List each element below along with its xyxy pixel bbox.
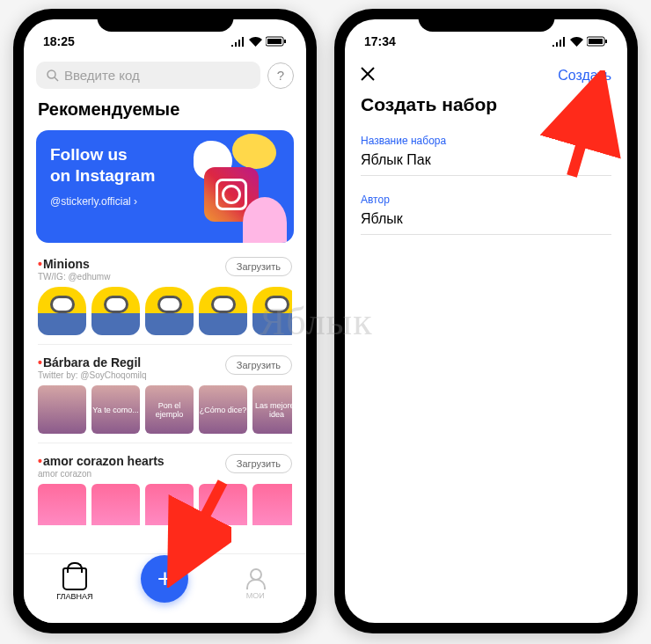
search-icon [47,70,59,82]
status-icons [552,36,608,47]
field-label: Автор [361,194,611,206]
nav-home[interactable]: ГЛАВНАЯ [40,567,110,601]
nav-label: ГЛАВНАЯ [56,592,92,601]
left-phone-frame: 18:25 Введите код ? Рекомендуемые [13,9,317,633]
download-button[interactable]: Загрузить [225,355,292,375]
create-button[interactable]: Создать [558,68,611,84]
pack-subtitle: TW/IG: @edhumw [38,272,110,282]
pack-subtitle: amor corazon [38,469,165,479]
download-button[interactable]: Загрузить [225,454,292,473]
field-label: Название набора [361,135,611,147]
author-input[interactable]: Яблык [361,206,611,235]
plus-icon: + [157,564,173,594]
sticker-thumb[interactable] [199,484,247,525]
sticker-thumb[interactable] [252,287,292,335]
svg-line-4 [55,77,58,81]
sticker-pack[interactable]: •amor corazon hearts amor corazon Загруз… [24,450,306,525]
pack-title: •Minions [38,257,110,271]
sticker-pack[interactable]: •Minions TW/IG: @edhumw Загрузить [24,253,306,337]
nav-label: МОИ [246,591,265,600]
svg-rect-2 [284,40,286,43]
sticker-thumb[interactable] [145,484,194,525]
search-placeholder: Введите код [64,68,140,83]
sticker-thumb[interactable]: Las mejores idea [252,385,292,434]
sticker-thumb[interactable] [145,287,194,335]
modal-title: Создать набор [345,91,627,131]
pack-title: •Bárbara de Regil [38,355,147,370]
left-screen: 18:25 Введите код ? Рекомендуемые [24,19,306,623]
help-button[interactable]: ? [267,62,294,89]
svg-point-3 [48,70,55,78]
sticker-thumb[interactable] [252,484,292,525]
sticker-thumb[interactable]: Ya te como... [91,385,140,434]
pack-header: •amor corazon hearts amor corazon Загруз… [38,454,292,479]
form-group-name: Название набора Яблык Пак [345,131,627,190]
person-icon [245,568,266,589]
pack-header: •Bárbara de Regil Twitter by: @SoyChoqom… [38,355,292,380]
banner-art [144,130,294,243]
sticker-thumb[interactable] [91,287,140,335]
right-screen: 17:34 Создать Создать набор Название наб… [345,19,627,623]
notch [97,9,233,32]
add-button[interactable]: + [141,555,188,603]
sticker-thumb[interactable] [91,484,140,525]
pack-subtitle: Twitter by: @SoyChoqomilq [38,370,147,380]
svg-rect-9 [605,40,607,43]
search-input[interactable]: Введите код [36,62,260,89]
nav-my[interactable]: МОИ [220,568,290,600]
status-icons [231,36,287,47]
close-icon [361,67,375,81]
sticker-thumb[interactable] [38,385,86,434]
form-group-author: Автор Яблык [345,190,627,249]
status-time: 17:34 [364,34,396,48]
svg-rect-8 [589,39,603,44]
sticker-thumb[interactable]: Pon el ejemplo [145,385,194,434]
name-input[interactable]: Яблык Пак [361,147,611,176]
instagram-banner[interactable]: Follow us on Instagram @stickerly.offici… [36,130,294,243]
sticker-thumb[interactable]: ¿Cómo dice? [199,385,247,434]
home-icon [62,567,87,590]
content-scroll[interactable]: Рекомендуемые Follow us on Instagram @st… [24,94,306,525]
sticker-row: Ya te como... Pon el ejemplo ¿Cómo dice?… [38,385,292,434]
pack-title: •amor corazon hearts [38,454,165,468]
status-time: 18:25 [43,34,75,48]
close-button[interactable] [361,65,382,85]
sticker-row [38,287,292,335]
search-bar: Введите код ? [24,56,306,94]
sticker-thumb[interactable] [38,287,86,335]
svg-rect-1 [267,39,282,44]
download-button[interactable]: Загрузить [225,257,292,276]
divider [38,344,292,345]
sticker-pack[interactable]: •Bárbara de Regil Twitter by: @SoyChoqom… [24,352,306,435]
pack-header: •Minions TW/IG: @edhumw Загрузить [38,257,292,282]
right-phone-frame: 17:34 Создать Создать набор Название наб… [334,9,638,633]
sticker-row [38,484,292,525]
sticker-thumb[interactable] [199,287,247,335]
bottom-nav: ГЛАВНАЯ + МОИ [24,553,306,623]
section-title: Рекомендуемые [24,94,306,127]
modal-header: Создать [345,56,627,91]
sticker-thumb[interactable] [38,484,86,525]
notch [418,9,554,32]
divider [38,443,292,443]
